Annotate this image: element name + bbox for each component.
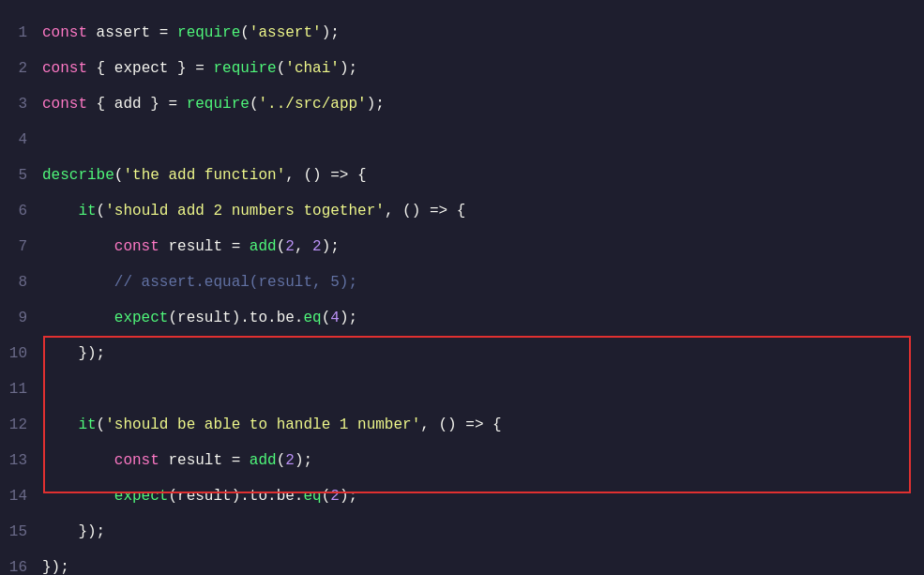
line-content [42,124,924,156]
line-number: 9 [0,302,42,334]
code-line: 10 }); [0,336,924,371]
line-content: const result = add(2); [42,445,924,477]
code-line: 5describe('the add function', () => { [0,158,924,193]
line-number: 5 [0,159,42,191]
code-line: 11 [0,371,924,407]
line-content: expect(result).to.be.eq(2); [42,480,924,512]
line-number: 2 [0,53,42,84]
line-number: 16 [0,552,42,575]
line-number: 14 [0,480,42,512]
line-number: 15 [0,516,42,548]
line-number: 7 [0,231,42,263]
code-line: 13 const result = add(2); [0,443,924,478]
code-line: 16}); [0,550,924,575]
line-content: }); [42,552,924,575]
line-content: it('should be able to handle 1 number', … [42,409,924,441]
line-number: 8 [0,266,42,298]
code-line: 7 const result = add(2, 2); [0,229,924,265]
line-content: const { expect } = require('chai'); [42,53,924,84]
line-content: // assert.equal(result, 5); [42,266,924,298]
line-content: const assert = require('assert'); [42,17,924,49]
code-line: 12 it('should be able to handle 1 number… [0,407,924,443]
line-content: const result = add(2, 2); [42,231,924,263]
line-content: expect(result).to.be.eq(4); [42,302,924,334]
code-line: 14 expect(result).to.be.eq(2); [0,478,924,514]
line-content [42,373,924,405]
code-editor: 1const assert = require('assert');2const… [0,0,924,575]
line-number: 12 [0,409,42,441]
code-line: 4 [0,122,924,158]
code-line: 8 // assert.equal(result, 5); [0,265,924,300]
line-number: 6 [0,195,42,227]
code-line: 6 it('should add 2 numbers together', ()… [0,193,924,229]
code-line: 2const { expect } = require('chai'); [0,51,924,86]
line-content: }); [42,338,924,370]
code-lines: 1const assert = require('assert');2const… [0,15,924,575]
line-number: 3 [0,88,42,120]
code-line: 9 expect(result).to.be.eq(4); [0,300,924,336]
line-content: }); [42,516,924,548]
line-content: const { add } = require('../src/app'); [42,88,924,120]
code-line: 3const { add } = require('../src/app'); [0,86,924,122]
code-line: 1const assert = require('assert'); [0,15,924,51]
line-number: 4 [0,124,42,156]
line-number: 10 [0,338,42,370]
line-number: 11 [0,373,42,405]
line-content: describe('the add function', () => { [42,159,924,191]
line-number: 1 [0,17,42,49]
code-line: 15 }); [0,514,924,550]
line-number: 13 [0,445,42,477]
line-content: it('should add 2 numbers together', () =… [42,195,924,227]
